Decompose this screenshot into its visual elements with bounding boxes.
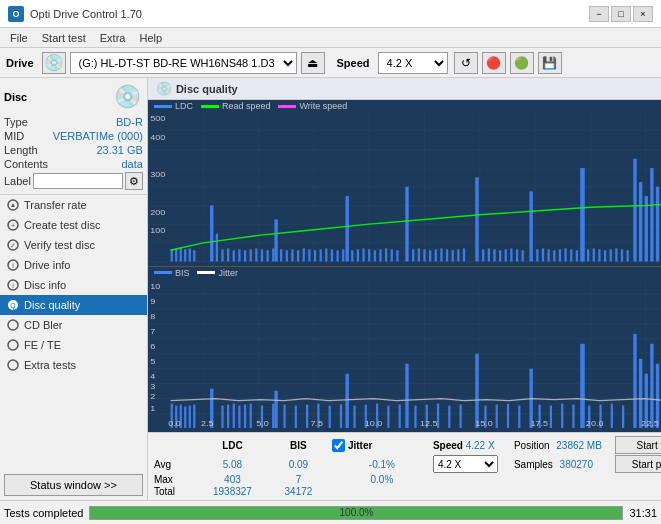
svg-rect-51 (184, 249, 186, 261)
svg-rect-108 (521, 250, 523, 261)
nav-extra-tests[interactable]: Extra tests (0, 355, 147, 375)
svg-rect-125 (621, 249, 623, 261)
titlebar-controls: − □ × (589, 6, 653, 22)
drive-select[interactable]: (G:) HL-DT-ST BD-RE WH16NS48 1.D3 (70, 52, 297, 74)
svg-rect-99 (463, 248, 465, 261)
ldc-legend-label: LDC (175, 101, 193, 111)
start-part-button[interactable]: Start part (615, 455, 661, 473)
svg-text:400: 400 (150, 134, 165, 142)
nav-disc-info[interactable]: i Disc info (0, 275, 147, 295)
main-area: Disc 💿 Type BD-R MID VERBATIMe (000) Len… (0, 78, 661, 500)
svg-text:15.0: 15.0 (475, 419, 493, 428)
fe-te-icon (6, 338, 20, 352)
svg-text:i: i (12, 262, 14, 269)
disc-label-input[interactable] (33, 173, 123, 189)
nav-drive-info[interactable]: i Drive info (0, 255, 147, 275)
svg-rect-225 (572, 404, 574, 428)
svg-rect-120 (593, 248, 595, 261)
eject-button[interactable]: ⏏ (301, 52, 325, 74)
menu-extra[interactable]: Extra (94, 31, 132, 45)
close-button[interactable]: × (633, 6, 653, 22)
status-window-button[interactable]: Status window >> (4, 474, 143, 496)
svg-rect-79 (345, 196, 348, 261)
svg-text:22.5: 22.5 (641, 419, 659, 428)
nav-create-test-disc[interactable]: + Create test disc (0, 215, 147, 235)
svg-rect-105 (505, 249, 507, 261)
stats-grid: LDC BIS Jitter Speed 4.22 X Position 238… (154, 436, 661, 497)
quality-title: Disc quality (176, 83, 238, 95)
svg-rect-102 (488, 248, 490, 261)
svg-rect-127 (633, 159, 636, 262)
svg-rect-93 (429, 250, 431, 261)
drive-icon: 💿 (42, 52, 66, 74)
svg-rect-86 (385, 248, 387, 261)
svg-rect-214 (448, 405, 450, 428)
refresh-button[interactable]: ↺ (454, 52, 478, 74)
nav-disc-quality[interactable]: Q Disc quality (0, 295, 147, 315)
speed-select[interactable]: 4.2 X (378, 52, 448, 74)
speed-label: Speed (337, 57, 370, 69)
svg-rect-96 (446, 249, 448, 261)
svg-text:200: 200 (150, 208, 165, 216)
footer: Tests completed 100.0% 31:31 (0, 500, 661, 524)
legend-read: Read speed (201, 101, 271, 111)
stats-max-bis: 7 (266, 474, 331, 485)
speed-label-stat: Speed (433, 440, 463, 451)
disc-contents-row: Contents data (4, 158, 143, 170)
status-window-button-container: Status window >> (4, 474, 143, 496)
settings-button2[interactable]: 🟢 (510, 52, 534, 74)
svg-rect-54 (210, 205, 213, 261)
svg-rect-186 (189, 405, 191, 428)
quality-header-icon: 💿 (156, 81, 172, 96)
speed-value-stat: 4.22 X (466, 440, 495, 451)
svg-rect-192 (238, 405, 240, 428)
jitter-legend-color (197, 271, 215, 274)
nav-cd-bler[interactable]: CD Bler (0, 315, 147, 335)
create-test-disc-icon: + (6, 218, 20, 232)
menu-help[interactable]: Help (133, 31, 168, 45)
svg-text:7: 7 (150, 326, 155, 335)
titlebar: O Opti Drive Control 1.70 − □ × (0, 0, 661, 28)
chart-container: LDC Read speed Write speed (148, 100, 661, 500)
menubar: File Start test Extra Help (0, 28, 661, 48)
svg-text:5.0: 5.0 (256, 419, 269, 428)
svg-rect-56 (221, 249, 223, 261)
disc-mid-value: VERBATIMe (000) (53, 130, 143, 142)
svg-rect-82 (362, 248, 364, 261)
bis-chart: BIS Jitter (148, 267, 661, 433)
svg-text:300: 300 (150, 171, 165, 179)
nav-verify-test-disc[interactable]: ✓ Verify test disc (0, 235, 147, 255)
svg-rect-49 (175, 248, 177, 261)
minimize-button[interactable]: − (589, 6, 609, 22)
svg-rect-196 (272, 403, 274, 428)
maximize-button[interactable]: □ (611, 6, 631, 22)
svg-rect-70 (297, 250, 299, 261)
speed-select-stat[interactable]: 4.2 X (433, 455, 498, 473)
svg-rect-124 (615, 248, 617, 261)
svg-rect-123 (610, 249, 612, 261)
start-part-container: Start part (615, 455, 661, 473)
jitter-checkbox[interactable] (332, 439, 345, 452)
jitter-legend-label: Jitter (218, 268, 238, 278)
save-button[interactable]: 💾 (538, 52, 562, 74)
svg-rect-90 (412, 249, 414, 261)
disc-label-button[interactable]: ⚙ (125, 172, 143, 190)
stats-max-jitter: 0.0% (332, 474, 432, 485)
disc-mid-row: MID VERBATIMe (000) (4, 130, 143, 142)
action-buttons: Start full (615, 436, 661, 454)
nav-fe-te[interactable]: FE / TE (0, 335, 147, 355)
disc-label-row: Label ⚙ (4, 172, 143, 190)
bottom-legend: BIS Jitter (148, 267, 661, 279)
menu-file[interactable]: File (4, 31, 34, 45)
svg-rect-63 (261, 249, 263, 261)
stats-total-bis: 34172 (266, 486, 331, 497)
svg-rect-73 (314, 250, 316, 261)
svg-rect-61 (249, 249, 251, 261)
nav-transfer-rate[interactable]: Transfer rate (0, 195, 147, 215)
legend-ldc: LDC (154, 101, 193, 111)
start-full-button[interactable]: Start full (615, 436, 661, 454)
settings-button1[interactable]: 🔴 (482, 52, 506, 74)
stats-avg-ldc: 5.08 (200, 459, 265, 470)
menu-start-test[interactable]: Start test (36, 31, 92, 45)
disc-type-row: Type BD-R (4, 116, 143, 128)
